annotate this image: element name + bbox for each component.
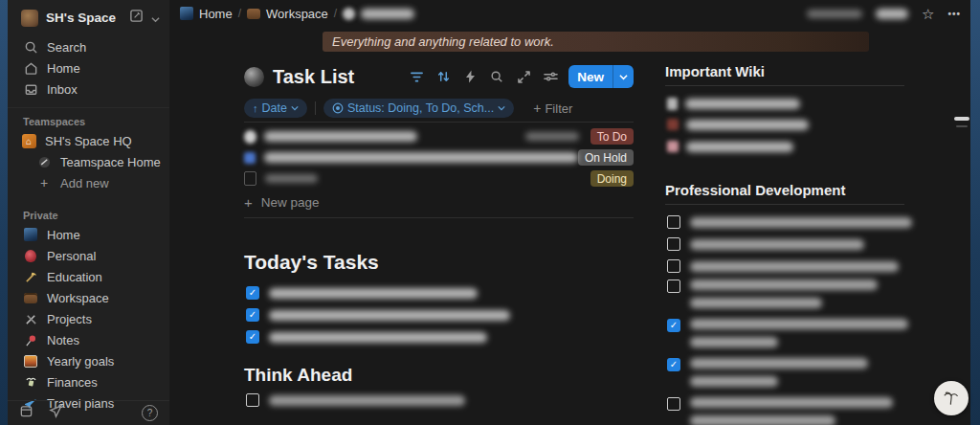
checkbox-checked[interactable]: ✓ — [667, 319, 680, 332]
sidebar-item-education[interactable]: Education — [8, 266, 169, 287]
callout-text: Everything and anything related to work. — [332, 34, 554, 49]
star-icon[interactable]: ☆ — [922, 7, 934, 21]
sort-chip-label: Date — [262, 101, 287, 115]
sidebar-item-search[interactable]: Search — [8, 36, 169, 57]
workspace-avatar — [21, 10, 38, 27]
todo-item[interactable]: ✓ — [667, 358, 868, 387]
wiki-link-item[interactable] — [667, 96, 800, 111]
redacted-task-title[interactable] — [265, 174, 318, 183]
sidebar-item-label: Education — [47, 270, 102, 284]
checkbox-unchecked[interactable] — [667, 215, 680, 229]
todo-item[interactable]: ✓ — [246, 284, 478, 302]
pushpin-emoji-icon — [23, 332, 38, 347]
wiki-link-item[interactable] — [667, 117, 809, 132]
checkbox-unchecked[interactable] — [246, 393, 259, 407]
breadcrumb-current-page[interactable] — [343, 8, 414, 20]
compose-icon[interactable] — [129, 9, 144, 27]
redacted-wiki-link[interactable] — [686, 142, 793, 152]
table-divider — [244, 122, 634, 123]
sidebar-item-inbox[interactable]: Inbox — [8, 78, 169, 100]
sidebar-item-workspace[interactable]: Workspace — [8, 287, 169, 308]
floating-template-button[interactable] — [934, 381, 969, 415]
todo-item[interactable]: ✓ — [246, 328, 487, 346]
todo-item[interactable] — [667, 258, 899, 274]
breadcrumb-separator: / — [238, 7, 241, 20]
sidebar-item-shs-space-hq[interactable]: ⌂ SH's Space HQ — [8, 130, 169, 151]
workspace-switcher[interactable]: SH's Space — [8, 0, 169, 33]
todo-item[interactable] — [667, 280, 878, 308]
checkbox-unchecked[interactable] — [667, 237, 680, 251]
help-icon[interactable]: ? — [142, 405, 158, 421]
sidebar-top-nav: Search Home Inbox — [8, 36, 169, 100]
page-icon — [244, 152, 256, 164]
sidebar-item-private-home[interactable]: Home — [8, 224, 169, 245]
redacted-page-title — [361, 9, 414, 19]
expand-icon[interactable] — [515, 68, 532, 85]
checkbox-unchecked[interactable] — [667, 259, 680, 273]
page-icon — [667, 98, 678, 110]
sidebar-item-home[interactable]: Home — [8, 57, 169, 78]
redacted-wiki-link[interactable] — [685, 99, 800, 109]
checkbox-unchecked[interactable] — [667, 280, 680, 293]
house-emoji-icon: ⌂ — [21, 133, 36, 148]
new-page-button[interactable]: + New page — [244, 192, 320, 212]
calendar-icon[interactable] — [19, 404, 33, 422]
heart-emoji-icon — [23, 248, 38, 263]
new-button-chevron[interactable] — [613, 65, 634, 88]
view-settings-icon[interactable] — [542, 68, 559, 85]
breadcrumb-workspace[interactable]: Workspace — [247, 7, 328, 21]
todo-item[interactable] — [667, 397, 893, 425]
lightning-icon[interactable] — [461, 68, 479, 85]
sort-icon[interactable] — [434, 68, 452, 85]
important-wiki-heading: Important Wiki — [665, 63, 765, 79]
todo-item[interactable] — [246, 391, 465, 409]
table-row[interactable]: On Hold — [244, 147, 634, 168]
todo-item[interactable] — [667, 214, 912, 230]
topbar-actions: ☆ ••• — [807, 7, 961, 21]
prof-dev-divider — [665, 204, 904, 205]
redacted-wiki-link[interactable] — [686, 120, 809, 130]
today-tasks-heading: Today's Tasks — [244, 251, 379, 274]
checkbox-checked[interactable]: ✓ — [246, 308, 259, 322]
topbar: Home / Workspace / ☆ ••• — [170, 0, 970, 27]
breadcrumb-home[interactable]: Home — [180, 7, 233, 21]
sidebar-item-label: Yearly goals — [47, 354, 114, 369]
redacted-task-title[interactable] — [264, 131, 417, 142]
new-button-label[interactable]: New — [568, 65, 612, 88]
send-icon[interactable] — [49, 404, 63, 422]
search-icon[interactable] — [488, 68, 505, 85]
table-row[interactable]: Doing — [244, 168, 634, 189]
chevron-down-icon[interactable] — [151, 10, 160, 27]
todo-item[interactable]: ✓ — [667, 319, 908, 347]
new-button[interactable]: New — [568, 65, 634, 88]
wiki-link-item[interactable] — [667, 139, 793, 154]
new-page-label: New page — [261, 195, 320, 210]
sidebar-item-teamspace-home[interactable]: Teamspace Home — [8, 151, 169, 172]
sidebar-item-projects[interactable]: Projects — [8, 308, 169, 329]
checkbox-unchecked[interactable] — [667, 397, 680, 411]
sidebar-item-personal[interactable]: Personal — [8, 245, 169, 266]
redacted-task-title[interactable] — [264, 152, 578, 163]
sidebar-item-finances[interactable]: Finances — [8, 371, 169, 392]
ellipsis-icon[interactable]: ••• — [947, 9, 961, 19]
sidebar-item-yearly-goals[interactable]: Yearly goals — [8, 350, 169, 371]
sidebar: SH's Space Search Home Inbox Team — [8, 0, 170, 425]
filter-icon[interactable] — [408, 68, 425, 85]
redacted-share-button[interactable] — [876, 9, 908, 19]
checkbox-checked[interactable]: ✓ — [246, 286, 259, 300]
sort-chip-date[interactable]: ↑ Date — [244, 99, 307, 118]
checkbox-checked[interactable]: ✓ — [246, 330, 259, 344]
table-row[interactable]: To Do — [244, 126, 634, 146]
redacted-todo-text — [690, 280, 878, 290]
add-filter-button[interactable]: + Filter — [533, 101, 572, 116]
sidebar-item-label: Home — [47, 61, 80, 76]
panel-drag-handle[interactable] — [954, 117, 969, 121]
plus-icon: + — [36, 175, 52, 190]
sidebar-item-add-new[interactable]: + Add new — [8, 172, 169, 193]
sidebar-item-label: Home — [47, 228, 80, 242]
todo-item[interactable] — [667, 236, 864, 252]
sidebar-item-notes[interactable]: Notes — [8, 329, 169, 350]
checkbox-checked[interactable]: ✓ — [667, 358, 680, 371]
todo-item[interactable]: ✓ — [246, 306, 510, 324]
status-filter-chip[interactable]: Status: Doing, To Do, Sch... — [323, 99, 514, 118]
